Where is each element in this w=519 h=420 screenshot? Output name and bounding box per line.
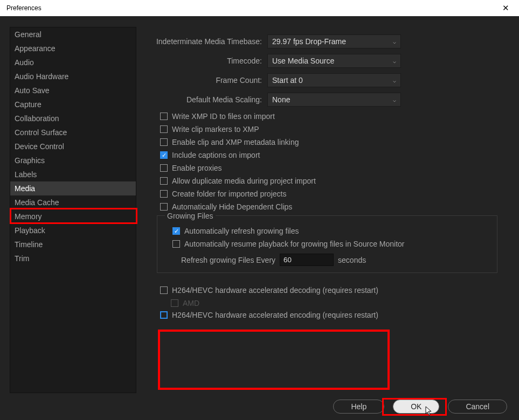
- label-scaling: Default Media Scaling:: [151, 95, 267, 104]
- refresh-label-post: seconds: [338, 256, 366, 264]
- sidebar-item-appearance[interactable]: Appearance: [10, 41, 136, 55]
- chevron-down-icon: ⌵: [393, 78, 396, 83]
- sidebar-item-device-control[interactable]: Device Control: [10, 139, 136, 153]
- checkbox-proxies[interactable]: [160, 164, 168, 172]
- chevron-down-icon: ⌵: [393, 39, 396, 45]
- dropdown-scaling[interactable]: None ⌵: [267, 93, 401, 107]
- ok-button[interactable]: OK: [393, 400, 439, 414]
- sidebar-item-trim[interactable]: Trim: [10, 251, 136, 265]
- sidebar-item-general[interactable]: General: [10, 27, 136, 41]
- checkbox-auto-resume[interactable]: [172, 240, 180, 248]
- checkbox-clip-markers[interactable]: [160, 125, 168, 133]
- sidebar-item-audio-hardware[interactable]: Audio Hardware: [10, 69, 136, 83]
- sidebar-item-control-surface[interactable]: Control Surface: [10, 125, 136, 139]
- sidebar-item-media-cache[interactable]: Media Cache: [10, 195, 136, 209]
- sidebar-item-graphics[interactable]: Graphics: [10, 153, 136, 167]
- checkbox-clip-linking[interactable]: [160, 138, 168, 146]
- dialog-footer: Help OK Cancel: [0, 393, 519, 420]
- preferences-content: Indeterminate Media Timebase: 29.97 fps …: [136, 27, 519, 393]
- checkbox-xmp-id[interactable]: [160, 113, 168, 120]
- sidebar-item-media[interactable]: Media: [10, 181, 136, 195]
- chevron-down-icon: ⌵: [393, 97, 396, 103]
- chevron-down-icon: ⌵: [393, 58, 396, 64]
- sidebar-item-auto-save[interactable]: Auto Save: [10, 83, 136, 97]
- sidebar-item-playback[interactable]: Playback: [10, 223, 136, 237]
- close-icon[interactable]: ✕: [499, 2, 513, 14]
- growing-files-group: Growing Files Automatically refresh grow…: [157, 215, 497, 273]
- label-timebase: Indeterminate Media Timebase:: [151, 37, 267, 46]
- growing-files-legend: Growing Files: [165, 212, 216, 220]
- sidebar-item-timeline[interactable]: Timeline: [10, 237, 136, 251]
- checkbox-hw-encode[interactable]: [160, 311, 168, 319]
- checkbox-captions[interactable]: [160, 151, 168, 159]
- preferences-sidebar: GeneralAppearanceAudioAudio HardwareAuto…: [10, 27, 136, 393]
- label-timecode: Timecode:: [151, 57, 267, 65]
- dialog-title: Preferences: [6, 4, 41, 12]
- label-framecount: Frame Count:: [151, 76, 267, 85]
- sidebar-item-audio[interactable]: Audio: [10, 55, 136, 69]
- dropdown-timebase[interactable]: 29.97 fps Drop-Frame ⌵: [267, 34, 401, 48]
- sidebar-item-memory[interactable]: Memory: [10, 209, 136, 223]
- checkbox-auto-refresh[interactable]: [172, 227, 180, 235]
- checkbox-hide-clips[interactable]: [160, 203, 168, 211]
- dropdown-framecount[interactable]: Start at 0 ⌵: [267, 73, 401, 87]
- sidebar-item-labels[interactable]: Labels: [10, 167, 136, 181]
- refresh-interval-input[interactable]: [280, 254, 334, 266]
- help-button[interactable]: Help: [333, 400, 384, 414]
- sidebar-item-capture[interactable]: Capture: [10, 97, 136, 111]
- dialog-body: GeneralAppearanceAudioAudio HardwareAuto…: [0, 16, 519, 393]
- sidebar-item-collaboration[interactable]: Collaboration: [10, 111, 136, 125]
- checkbox-create-folder[interactable]: [160, 190, 168, 198]
- checkbox-dup-media[interactable]: [160, 177, 168, 185]
- dropdown-timecode[interactable]: Use Media Source ⌵: [267, 54, 401, 68]
- checkbox-hw-decode[interactable]: [160, 286, 168, 294]
- cancel-button[interactable]: Cancel: [448, 400, 507, 414]
- refresh-label-pre: Refresh growing Files Every: [181, 256, 275, 264]
- checkbox-amd: [171, 299, 178, 307]
- titlebar: Preferences ✕: [0, 0, 519, 16]
